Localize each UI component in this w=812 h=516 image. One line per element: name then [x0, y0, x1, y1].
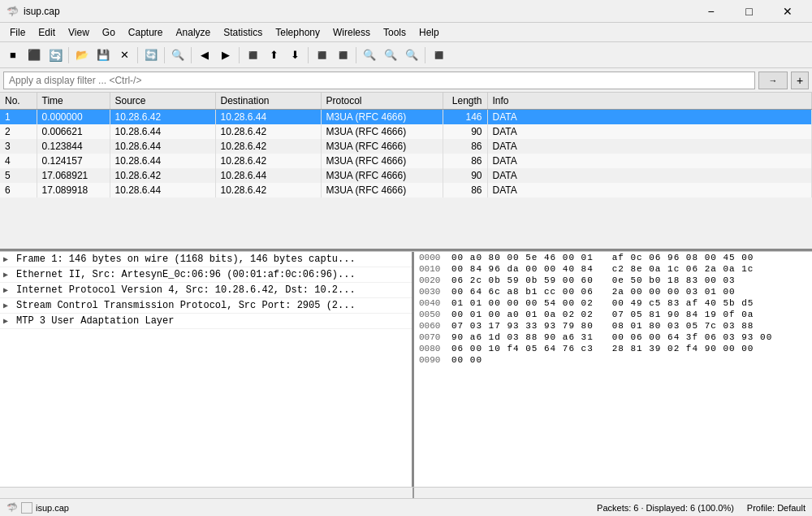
- menu-item-tools[interactable]: Tools: [377, 25, 412, 40]
- toolbar-sep-2: [137, 47, 138, 63]
- table-row[interactable]: 617.08991810.28.6.4410.28.6.42M3UA (RFC …: [0, 183, 812, 197]
- detail-arrow: ▶: [3, 316, 15, 326]
- hex-bytes: 06 00 10 f4 05 64 76 c3 28 81 39 02 f4 9…: [451, 344, 754, 353]
- table-cell: 10.28.6.42: [215, 183, 321, 197]
- menu-item-statistics[interactable]: Statistics: [217, 25, 269, 40]
- table-cell: DATA: [487, 168, 812, 183]
- back-button[interactable]: ◀: [195, 46, 214, 65]
- table-cell: 90: [443, 168, 487, 183]
- reload-button[interactable]: 🔄: [141, 46, 161, 65]
- menu-item-file[interactable]: File: [3, 25, 32, 40]
- menu-item-analyze[interactable]: Analyze: [170, 25, 218, 40]
- menu-item-view[interactable]: View: [62, 25, 96, 40]
- filter-input[interactable]: [3, 72, 755, 89]
- restart-button[interactable]: 🔄: [45, 46, 65, 65]
- hex-row: 008006 00 10 f4 05 64 76 c3 28 81 39 02 …: [414, 343, 812, 354]
- close-button[interactable]: ✕: [769, 0, 806, 23]
- hex-view-panel[interactable]: 000000 a0 80 00 5e 46 00 01 af 0c 06 96 …: [414, 252, 812, 487]
- colorize-button[interactable]: ⬛: [312, 46, 331, 65]
- toolbar-sep-3: [164, 47, 165, 63]
- save-button[interactable]: 💾: [93, 46, 113, 65]
- table-cell: 10.28.6.44: [215, 168, 321, 183]
- hex-row: 001000 84 96 da 00 00 40 84 c2 8e 0a 1c …: [414, 263, 812, 275]
- detail-arrow: ▶: [3, 285, 15, 295]
- table-row[interactable]: 30.12384410.28.6.4410.28.6.42M3UA (RFC 4…: [0, 139, 812, 154]
- zoom-reset-button[interactable]: 🔍: [402, 46, 421, 65]
- table-cell: 1: [0, 110, 37, 125]
- table-cell: 86: [443, 154, 487, 168]
- last-button[interactable]: ⬇: [285, 46, 304, 65]
- menubar: FileEditViewGoCaptureAnalyzeStatisticsTe…: [0, 23, 812, 42]
- detail-row[interactable]: ▶Frame 1: 146 bytes on wire (1168 bits),…: [0, 252, 412, 267]
- stop-button[interactable]: ■: [3, 46, 23, 65]
- toolbar-sep-7: [356, 47, 356, 63]
- close-file-button[interactable]: ✕: [114, 46, 134, 65]
- table-cell: DATA: [487, 183, 812, 197]
- detail-row[interactable]: ▶MTP 3 User Adaptation Layer: [0, 314, 412, 329]
- open-button[interactable]: 📂: [72, 46, 92, 65]
- table-cell: DATA: [487, 110, 812, 125]
- table-cell: 5: [0, 168, 37, 183]
- toolbar-sep-6: [308, 47, 309, 63]
- find-button[interactable]: 🔍: [168, 46, 188, 65]
- table-cell: 17.068921: [37, 168, 110, 183]
- col-header-length: Length: [443, 93, 487, 110]
- menu-item-capture[interactable]: Capture: [122, 25, 170, 40]
- menu-item-edit[interactable]: Edit: [32, 25, 62, 40]
- table-cell: 10.28.6.44: [110, 154, 215, 168]
- table-cell: 10.28.6.42: [215, 154, 321, 168]
- table-cell: 0.124157: [37, 154, 110, 168]
- toolbar: ■ ⬛ 🔄 📂 💾 ✕ 🔄 🔍 ◀ ▶ ⬛ ⬆ ⬇ ⬛ ⬛ 🔍 🔍 🔍 ⬛: [0, 42, 812, 68]
- auto-scroll-button[interactable]: ⬛: [333, 46, 352, 65]
- detail-hscroll[interactable]: [0, 488, 414, 498]
- go-to-packet-button[interactable]: ⬛: [243, 46, 262, 65]
- table-row[interactable]: 20.00662110.28.6.4410.28.6.42M3UA (RFC 4…: [0, 124, 812, 139]
- filter-arrow-button[interactable]: →: [758, 72, 788, 89]
- col-header-time: Time: [37, 93, 110, 110]
- table-row[interactable]: 517.06892110.28.6.4210.28.6.44M3UA (RFC …: [0, 168, 812, 183]
- menu-item-go[interactable]: Go: [96, 25, 122, 40]
- table-cell: M3UA (RFC 4666): [321, 168, 443, 183]
- hex-hscroll[interactable]: [414, 488, 812, 498]
- menu-item-wireless[interactable]: Wireless: [326, 25, 377, 40]
- start-button[interactable]: ⬛: [24, 46, 44, 65]
- packet-detail-panel[interactable]: ▶Frame 1: 146 bytes on wire (1168 bits),…: [0, 252, 414, 487]
- table-cell: 2: [0, 124, 37, 139]
- table-row[interactable]: 10.00000010.28.6.4210.28.6.44M3UA (RFC 4…: [0, 110, 812, 125]
- table-cell: 0.000000: [37, 110, 110, 125]
- packets-info: Packets: 6 · Displayed: 6 (100.0%): [597, 503, 734, 513]
- hex-row: 007090 a6 1d 03 88 90 a6 31 00 06 00 64 …: [414, 332, 812, 343]
- hex-offset: 0000: [419, 253, 451, 262]
- packet-list[interactable]: No. Time Source Destination Protocol Len…: [0, 93, 812, 251]
- menu-item-telephony[interactable]: Telephony: [269, 25, 326, 40]
- maximize-button[interactable]: □: [731, 0, 767, 23]
- hex-row: 009000 00: [414, 354, 812, 366]
- detail-row[interactable]: ▶Internet Protocol Version 4, Src: 10.28…: [0, 283, 412, 298]
- bottom-scrollbar[interactable]: [0, 487, 812, 498]
- detail-row[interactable]: ▶Ethernet II, Src: ArtesynE_0c:06:96 (00…: [0, 267, 412, 283]
- minimize-button[interactable]: −: [693, 0, 729, 23]
- table-cell: DATA: [487, 139, 812, 154]
- zoom-in-button[interactable]: 🔍: [360, 46, 379, 65]
- zoom-out-button[interactable]: 🔍: [381, 46, 400, 65]
- hex-offset: 0080: [419, 344, 451, 353]
- add-filter-button[interactable]: +: [791, 72, 809, 89]
- first-button[interactable]: ⬆: [264, 46, 283, 65]
- table-row[interactable]: 40.12415710.28.6.4410.28.6.42M3UA (RFC 4…: [0, 154, 812, 168]
- table-cell: M3UA (RFC 4666): [321, 139, 443, 154]
- resize-columns-button[interactable]: ⬛: [429, 46, 448, 65]
- hex-offset: 0060: [419, 321, 451, 331]
- table-cell: 86: [443, 183, 487, 197]
- menu-item-help[interactable]: Help: [412, 25, 446, 40]
- detail-text: MTP 3 User Adaptation Layer: [16, 315, 174, 327]
- forward-button[interactable]: ▶: [216, 46, 235, 65]
- hex-row: 004001 01 00 00 00 54 00 02 00 49 c5 83 …: [414, 297, 812, 309]
- hex-row: 003000 64 6c a8 b1 cc 00 06 2a 00 00 00 …: [414, 286, 812, 297]
- statusbar: 🦈 isup.cap Packets: 6 · Displayed: 6 (10…: [0, 498, 812, 516]
- statusbar-left: 🦈 isup.cap: [6, 502, 590, 514]
- detail-text: Stream Control Transmission Protocol, Sr…: [16, 300, 356, 311]
- col-header-info: Info: [487, 93, 812, 110]
- bottom-panels: ▶Frame 1: 146 bytes on wire (1168 bits),…: [0, 251, 812, 487]
- hex-bytes: 01 01 00 00 00 54 00 02 00 49 c5 83 af 4…: [451, 298, 754, 308]
- detail-row[interactable]: ▶Stream Control Transmission Protocol, S…: [0, 298, 412, 314]
